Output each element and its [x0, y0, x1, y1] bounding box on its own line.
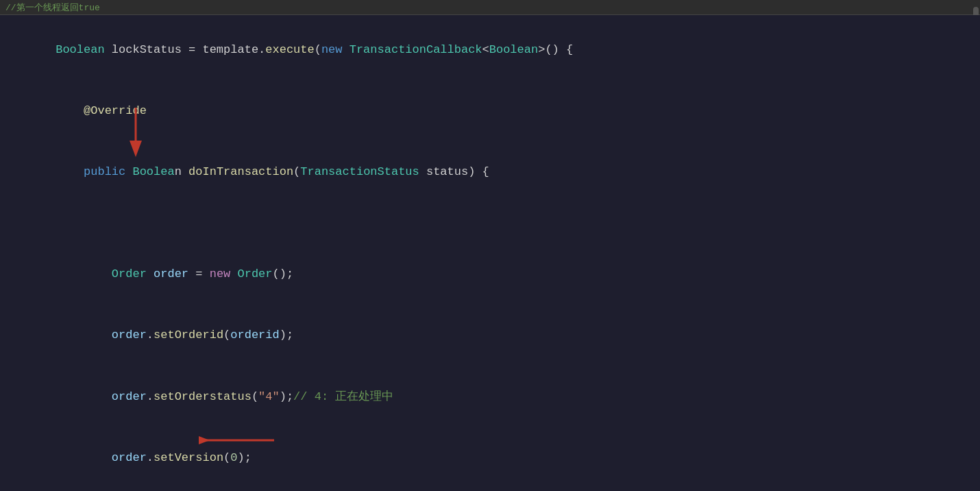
code-line-7: order.setVersion(0); [14, 427, 966, 491]
code-container: //第一个线程返回true Boolean lockStatus = templ… [0, 0, 980, 491]
arrow-2 [199, 430, 281, 451]
code-line-6: order.setOrderstatus("4");// 4: 正在处理中 [14, 366, 966, 427]
code-line-1: Boolean lockStatus = template.execute(ne… [14, 19, 966, 80]
top-bar: //第一个线程返回true [0, 0, 980, 15]
code-line-5: order.setOrderid(orderid); [14, 305, 966, 366]
code-area: Boolean lockStatus = template.execute(ne… [0, 15, 980, 491]
top-comment: //第一个线程返回true [5, 1, 100, 14]
code-line-4: Order order = new Order(); [14, 243, 966, 304]
kw-boolean: Boolean [56, 43, 104, 56]
code-line-3: public Boolean doInTransaction(Transacti… [14, 142, 966, 244]
scroll-indicator[interactable] [972, 0, 980, 14]
code-line-2: @Override [14, 80, 966, 141]
